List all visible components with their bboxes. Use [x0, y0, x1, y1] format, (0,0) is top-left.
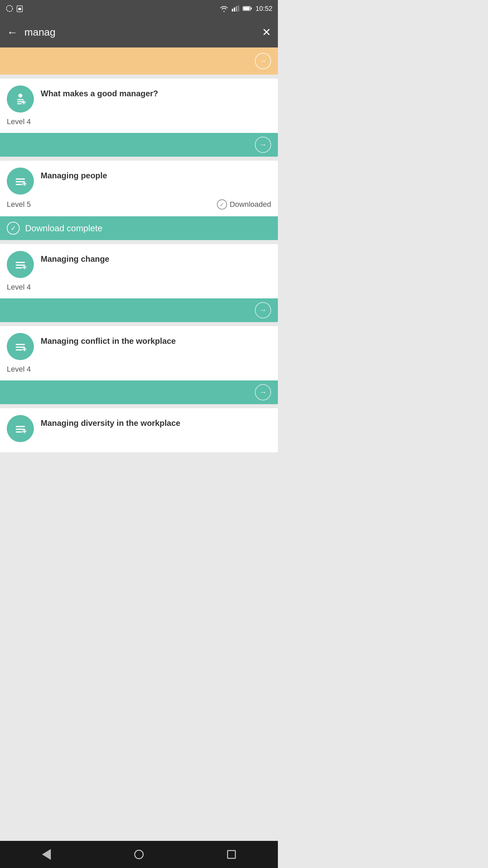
- card-meta-managing-change: Level 4: [7, 283, 271, 293]
- card-orange-partial[interactable]: →: [0, 47, 278, 75]
- course-icon-good-manager: [7, 85, 34, 113]
- arrow-right-icon-managing-conflict: →: [255, 384, 271, 400]
- check-circle-icon: ✓: [217, 199, 227, 210]
- card-top-row: What makes a good manager?: [7, 85, 271, 113]
- download-complete-text: Download complete: [25, 223, 102, 234]
- card-body-managing-change: Managing change Level 4: [0, 244, 278, 298]
- arrow-right-icon: →: [255, 53, 271, 69]
- course-icon-managing-diversity: [7, 415, 34, 442]
- card-top-row: Managing conflict in the workplace: [7, 333, 271, 360]
- card-footer-good-manager[interactable]: →: [0, 133, 278, 157]
- content-area: → What makes a good manager?: [0, 47, 278, 452]
- course-icon-managing-people: [7, 167, 34, 195]
- card-top-row: Managing people: [7, 167, 271, 195]
- status-bar: 10:52: [0, 0, 278, 17]
- downloaded-badge: ✓ Downloaded: [217, 199, 271, 210]
- svg-rect-5: [236, 6, 237, 12]
- svg-rect-6: [238, 5, 239, 12]
- status-right-icons: 10:52: [220, 5, 272, 13]
- arrow-right-icon-managing-change: →: [255, 302, 271, 318]
- card-body-managing-diversity: Managing diversity in the workplace: [0, 408, 278, 452]
- level-label-managing-change: Level 4: [7, 283, 31, 292]
- card-managing-diversity[interactable]: Managing diversity in the workplace: [0, 408, 278, 452]
- simcard-icon: [16, 4, 23, 13]
- card-managing-conflict[interactable]: Managing conflict in the workplace Level…: [0, 326, 278, 404]
- card-good-manager[interactable]: What makes a good manager? Level 4 →: [0, 79, 278, 157]
- svg-rect-8: [243, 7, 249, 10]
- arrow-right-icon-good-manager: →: [255, 137, 271, 153]
- course-title-managing-diversity: Managing diversity in the workplace: [41, 415, 271, 428]
- svg-rect-2: [18, 8, 21, 10]
- card-body-managing-conflict: Managing conflict in the workplace Level…: [0, 326, 278, 380]
- svg-rect-4: [234, 7, 235, 12]
- card-body-managing-people: Managing people Level 5 ✓ Downloaded: [0, 161, 278, 216]
- downloaded-label: Downloaded: [230, 200, 271, 209]
- svg-point-0: [6, 5, 13, 12]
- clock: 10:52: [256, 5, 272, 13]
- card-footer-managing-conflict[interactable]: →: [0, 380, 278, 404]
- svg-rect-9: [251, 7, 252, 9]
- level-label-managing-people: Level 5: [7, 200, 31, 209]
- svg-rect-3: [232, 9, 233, 12]
- card-managing-change[interactable]: Managing change Level 4 →: [0, 244, 278, 322]
- search-query[interactable]: manag: [24, 26, 255, 38]
- level-label-managing-conflict: Level 4: [7, 365, 31, 374]
- level-label-good-manager: Level 4: [7, 117, 31, 126]
- spinner-icon: [5, 4, 14, 13]
- card-body: What makes a good manager? Level 4: [0, 79, 278, 133]
- card-meta: Level 4: [7, 117, 271, 127]
- battery-icon: [243, 6, 252, 11]
- close-button[interactable]: ✕: [262, 27, 271, 38]
- back-button[interactable]: ←: [7, 27, 18, 38]
- course-icon-managing-conflict: [7, 333, 34, 360]
- card-footer-managing-change[interactable]: →: [0, 298, 278, 322]
- course-title-managing-conflict: Managing conflict in the workplace: [41, 333, 271, 346]
- download-complete-banner: ✓ Download complete: [0, 216, 278, 240]
- status-left-icons: [5, 4, 23, 13]
- course-title-managing-change: Managing change: [41, 251, 271, 264]
- card-managing-people[interactable]: Managing people Level 5 ✓ Downloaded ✓ D…: [0, 161, 278, 240]
- course-title-managing-people: Managing people: [41, 167, 271, 181]
- course-title-good-manager: What makes a good manager?: [41, 85, 271, 99]
- signal-icon: [232, 5, 239, 12]
- card-meta-managing-conflict: Level 4: [7, 365, 271, 375]
- wifi-icon: [220, 5, 228, 12]
- card-meta-managing-people: Level 5 ✓ Downloaded: [7, 199, 271, 211]
- search-bar: ← manag ✕: [0, 17, 278, 47]
- svg-point-10: [18, 94, 22, 98]
- card-top-row: Managing change: [7, 251, 271, 278]
- card-top-row: Managing diversity in the workplace: [7, 415, 271, 442]
- course-icon-managing-change: [7, 251, 34, 278]
- download-complete-check-icon: ✓: [7, 222, 20, 235]
